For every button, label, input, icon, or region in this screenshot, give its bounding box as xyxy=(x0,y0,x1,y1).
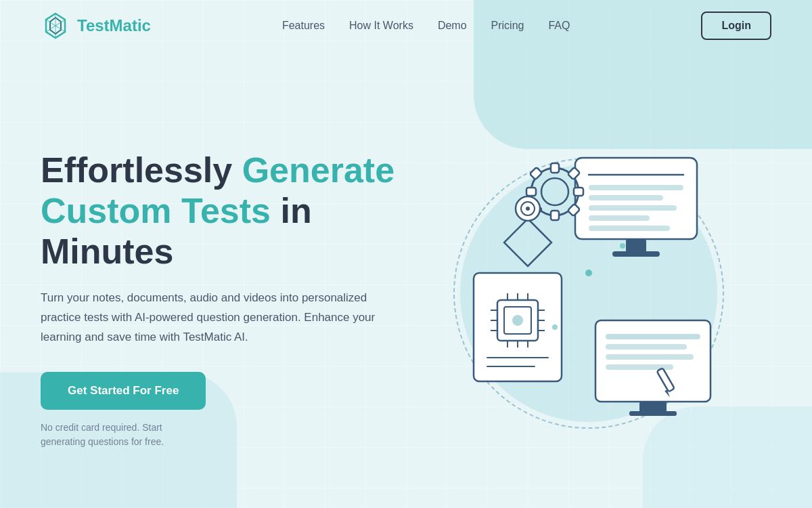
hero-title-highlight1: Generate xyxy=(242,150,394,190)
main-content: Effortlessly Generate Custom Tests in Mi… xyxy=(0,51,812,508)
svg-rect-13 xyxy=(626,239,646,253)
svg-rect-54 xyxy=(639,402,667,412)
hero-title-part1: Effortlessly xyxy=(41,150,242,190)
svg-rect-29 xyxy=(474,273,562,381)
hero-right xyxy=(406,78,771,508)
svg-rect-11 xyxy=(589,215,650,221)
nav-links: Features How It Works Demo Pricing FAQ xyxy=(282,20,570,32)
login-button[interactable]: Login xyxy=(701,12,771,40)
svg-rect-49 xyxy=(606,344,687,350)
svg-rect-17 xyxy=(551,163,559,173)
hero-description: Turn your notes, documents, audio and vi… xyxy=(41,289,392,347)
svg-rect-19 xyxy=(526,188,536,196)
svg-rect-12 xyxy=(589,226,670,231)
svg-point-28 xyxy=(526,207,530,211)
svg-rect-48 xyxy=(606,334,700,339)
svg-point-56 xyxy=(585,270,592,276)
nav-how-it-works[interactable]: How It Works xyxy=(349,20,413,31)
cta-button[interactable]: Get Started For Free xyxy=(41,372,206,410)
illustration-container xyxy=(426,124,751,463)
svg-point-57 xyxy=(620,243,625,249)
nav-demo[interactable]: Demo xyxy=(438,20,467,31)
nav-faq[interactable]: FAQ xyxy=(548,20,570,31)
svg-point-58 xyxy=(552,324,558,330)
logo-text: TestMatic xyxy=(77,16,151,35)
svg-rect-18 xyxy=(551,211,559,220)
svg-rect-20 xyxy=(574,188,583,196)
nav-features[interactable]: Features xyxy=(282,20,325,31)
svg-rect-10 xyxy=(589,205,677,211)
svg-point-44 xyxy=(512,315,523,326)
cta-note: No credit card required. Start generatin… xyxy=(41,421,406,449)
svg-rect-21 xyxy=(530,167,542,179)
logo[interactable]: TestMatic xyxy=(41,11,151,41)
svg-rect-55 xyxy=(629,411,677,416)
svg-rect-50 xyxy=(606,354,694,360)
logo-icon xyxy=(41,11,70,41)
hero-title: Effortlessly Generate Custom Tests in Mi… xyxy=(41,150,406,272)
svg-marker-25 xyxy=(504,219,551,266)
svg-point-16 xyxy=(541,178,568,205)
hero-illustration xyxy=(433,137,744,449)
svg-rect-14 xyxy=(612,251,660,257)
svg-rect-47 xyxy=(595,320,710,402)
nav-pricing[interactable]: Pricing xyxy=(491,20,524,31)
hero-left: Effortlessly Generate Custom Tests in Mi… xyxy=(41,137,406,448)
navbar: TestMatic Features How It Works Demo Pri… xyxy=(0,0,812,51)
hero-title-highlight2: Custom Tests xyxy=(41,191,271,230)
svg-rect-8 xyxy=(589,185,683,190)
svg-rect-9 xyxy=(589,195,663,200)
